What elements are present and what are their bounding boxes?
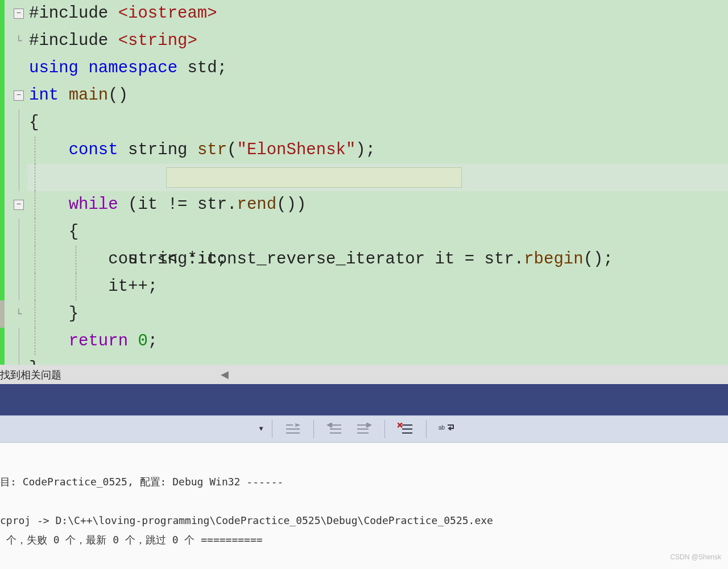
header-text: <iostream> [118, 4, 217, 23]
next-message-icon[interactable] [353, 419, 375, 439]
ident: cout [108, 250, 148, 269]
watermark: CSDN @Shensk [670, 547, 721, 567]
output-line: 目: CodePractice_0525, 配置: Debug Win32 --… [0, 476, 283, 488]
kw-namespace: namespace [88, 59, 177, 77]
ctor: str [197, 141, 227, 159]
brace: } [29, 359, 39, 365]
number: 0 [138, 332, 147, 351]
type: const_reverse_iterator [207, 250, 425, 269]
method: rend [237, 195, 277, 214]
fn-main: main [69, 86, 109, 105]
output-line: 个，失败 0 个，最新 0 个，跳过 0 个 ========== [0, 534, 263, 546]
ident: str [485, 250, 514, 269]
brace: { [29, 113, 39, 132]
type: string [128, 141, 187, 159]
ident: str [197, 195, 227, 214]
kw-int: int [29, 86, 59, 105]
problems-label: 找到相关问题 [0, 368, 61, 382]
output-line: cproj -> D:\C++\loving-programming\CodeP… [0, 514, 493, 526]
collapse-arrow-icon[interactable]: ◀ [221, 368, 229, 381]
indent-icon[interactable] [282, 419, 304, 439]
ident: it [138, 195, 158, 214]
kw-using: using [29, 59, 78, 77]
method: rbegin [524, 250, 583, 269]
string-literal: "ElonShensk" [237, 141, 356, 159]
fold-end-icon: └ [14, 300, 24, 328]
kw-const: const [69, 141, 118, 159]
fold-toggle-icon[interactable]: − [14, 200, 24, 210]
output-source-dropdown[interactable]: ▼ [256, 415, 266, 443]
ident: std [187, 59, 217, 77]
fold-end-icon: └ [14, 27, 24, 55]
preproc-text: #include [29, 31, 118, 50]
brace: { [69, 222, 78, 241]
word-wrap-icon[interactable]: ab [436, 419, 458, 439]
kw-return: return [69, 332, 128, 351]
ident: it [197, 250, 217, 269]
svg-text:ab: ab [439, 424, 445, 431]
output-panel[interactable]: 目: CodePractice_0525, 配置: Debug Win32 --… [0, 443, 728, 569]
code-editor[interactable]: − └ − − └ #include <iostream> #include <… [0, 0, 728, 365]
clear-all-icon[interactable] [394, 419, 417, 439]
gutter: − └ − − └ [0, 0, 27, 365]
preproc-text: #include [29, 4, 118, 23]
kw-while: while [69, 195, 118, 214]
panel-header [0, 384, 728, 415]
output-toolbar: ▼ ab [0, 415, 728, 443]
ident: it [108, 277, 128, 296]
problems-bar[interactable]: 找到相关问题 ◀ [0, 365, 728, 384]
fold-toggle-icon[interactable]: − [14, 90, 24, 101]
ident: it [435, 250, 455, 269]
header-text: <string> [118, 31, 197, 50]
brace: } [69, 304, 78, 323]
code-area[interactable]: #include <iostream> #include <string> us… [27, 0, 728, 365]
fold-toggle-icon[interactable]: − [14, 9, 24, 19]
prev-message-icon[interactable] [323, 419, 346, 439]
